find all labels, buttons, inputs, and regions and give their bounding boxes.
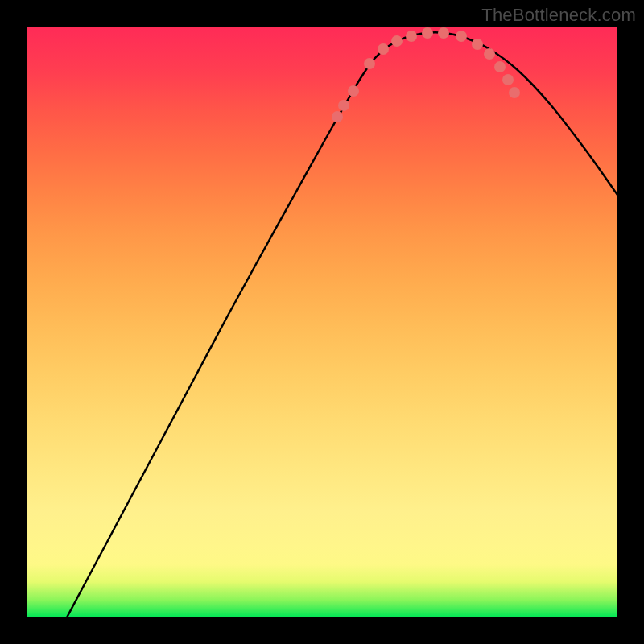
bottleneck-curve xyxy=(67,32,617,617)
curve-marker xyxy=(406,31,417,42)
curve-marker xyxy=(332,111,343,122)
curve-markers xyxy=(332,27,520,122)
curve-svg xyxy=(27,27,617,617)
bottleneck-curve-path xyxy=(67,32,617,617)
curve-marker xyxy=(494,61,506,72)
curve-marker xyxy=(509,87,520,98)
watermark-text: TheBottleneck.com xyxy=(481,5,636,26)
curve-marker xyxy=(378,43,389,55)
curve-marker xyxy=(502,74,514,85)
curve-marker xyxy=(472,39,483,50)
curve-marker xyxy=(456,31,467,42)
curve-marker xyxy=(391,35,402,47)
curve-marker xyxy=(422,27,433,39)
curve-marker xyxy=(484,48,495,60)
curve-marker xyxy=(438,27,449,39)
chart-frame: TheBottleneck.com xyxy=(0,0,644,644)
curve-marker xyxy=(348,85,359,97)
curve-marker xyxy=(338,100,349,111)
plot-area xyxy=(27,27,617,617)
curve-marker xyxy=(364,58,375,69)
